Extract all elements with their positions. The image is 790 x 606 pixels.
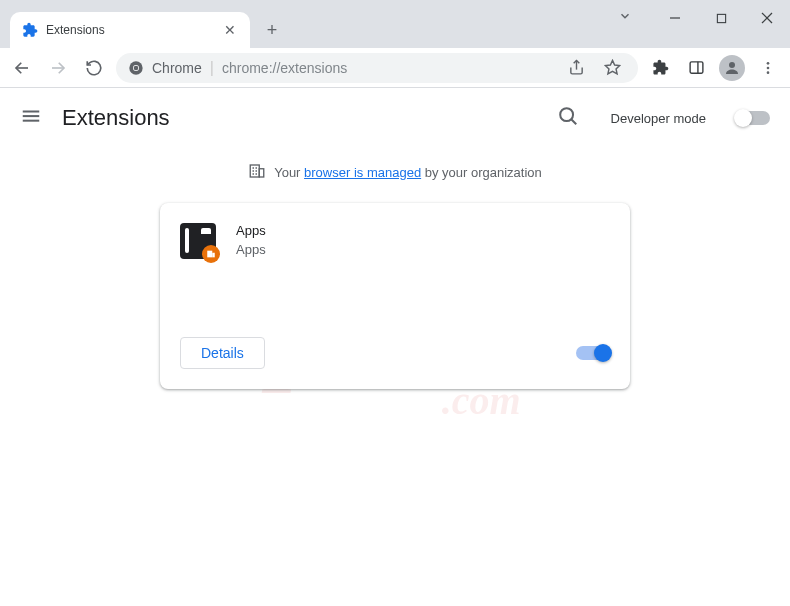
hamburger-menu-icon[interactable] — [20, 105, 42, 131]
tab-title: Extensions — [46, 23, 222, 37]
forward-button[interactable] — [44, 54, 72, 82]
details-button[interactable]: Details — [180, 337, 265, 369]
svg-point-20 — [560, 108, 573, 121]
svg-line-21 — [571, 119, 576, 124]
search-icon[interactable] — [557, 105, 579, 131]
minimize-button[interactable] — [652, 0, 698, 36]
separator: | — [210, 59, 214, 77]
svg-rect-19 — [23, 120, 40, 122]
extension-description: Apps — [236, 242, 610, 257]
svg-point-13 — [729, 62, 735, 68]
back-button[interactable] — [8, 54, 36, 82]
developer-mode-label: Developer mode — [611, 111, 706, 126]
svg-marker-10 — [605, 60, 619, 73]
puzzle-piece-icon — [22, 22, 38, 38]
svg-point-14 — [767, 62, 770, 65]
url-scheme-label: Chrome — [152, 60, 202, 76]
window-controls — [608, 0, 790, 36]
building-icon — [248, 162, 266, 183]
svg-rect-30 — [207, 251, 212, 258]
svg-rect-18 — [23, 115, 40, 117]
toolbar: Chrome | chrome://extensions — [0, 48, 790, 88]
extension-icon — [180, 223, 216, 259]
page-title: Extensions — [62, 105, 537, 131]
svg-rect-11 — [690, 62, 703, 73]
svg-rect-17 — [23, 111, 40, 113]
profile-avatar[interactable] — [718, 54, 746, 82]
managed-text: Your browser is managed by your organiza… — [274, 165, 542, 180]
svg-point-8 — [134, 65, 139, 70]
chevron-down-icon[interactable] — [608, 0, 642, 32]
address-bar[interactable]: Chrome | chrome://extensions — [116, 53, 638, 83]
svg-point-15 — [767, 66, 770, 69]
svg-rect-1 — [717, 14, 725, 22]
page-content: pcrisk .com Extensions Developer mode Yo… — [0, 88, 790, 606]
svg-point-16 — [767, 71, 770, 74]
svg-rect-22 — [250, 165, 259, 177]
extension-enable-toggle[interactable] — [576, 346, 610, 360]
svg-rect-31 — [212, 253, 215, 258]
url-text: chrome://extensions — [222, 60, 347, 76]
extension-card: Apps Apps Details — [160, 203, 630, 389]
side-panel-icon[interactable] — [682, 54, 710, 82]
extensions-puzzle-icon[interactable] — [646, 54, 674, 82]
page-header: Extensions Developer mode — [0, 88, 790, 148]
browser-tab[interactable]: Extensions ✕ — [10, 12, 250, 48]
chrome-icon — [128, 60, 144, 76]
extension-name: Apps — [236, 223, 610, 238]
bookmark-star-icon[interactable] — [598, 54, 626, 82]
managed-banner: Your browser is managed by your organiza… — [0, 148, 790, 203]
svg-rect-23 — [259, 169, 264, 177]
browser-managed-link[interactable]: browser is managed — [304, 165, 421, 180]
managed-badge-icon — [202, 245, 220, 263]
maximize-button[interactable] — [698, 0, 744, 36]
reload-button[interactable] — [80, 54, 108, 82]
new-tab-button[interactable]: + — [258, 16, 286, 44]
more-menu-icon[interactable] — [754, 54, 782, 82]
close-icon[interactable]: ✕ — [222, 22, 238, 38]
developer-mode-toggle[interactable] — [736, 111, 770, 125]
share-icon[interactable] — [562, 54, 590, 82]
close-window-button[interactable] — [744, 0, 790, 36]
window-titlebar: Extensions ✕ + — [0, 0, 790, 48]
